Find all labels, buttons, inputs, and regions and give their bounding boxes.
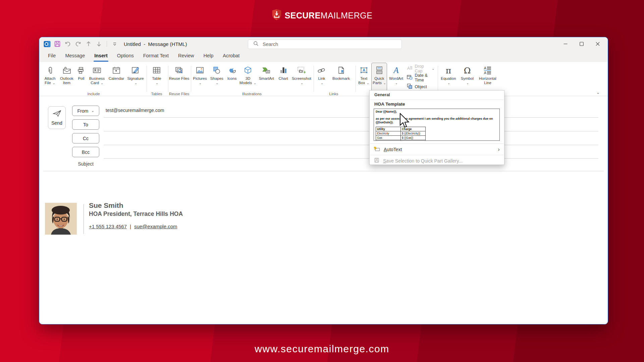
button-label: Link⌄: [318, 76, 325, 85]
menu-separator: [370, 143, 504, 144]
save-icon[interactable]: [54, 40, 61, 48]
bcc-field-underline[interactable]: [104, 158, 598, 159]
autotext-menu-item[interactable]: AutoText ›: [370, 144, 504, 155]
cc-button[interactable]: Cc: [72, 133, 99, 143]
symbol-button[interactable]: Ω Symbol⌄: [459, 63, 475, 91]
move-down-icon[interactable]: [95, 40, 103, 48]
ribbon-group-links: Link⌄ Bookmark Links: [315, 63, 353, 95]
outlook-item-icon: [62, 64, 71, 76]
poll-button[interactable]: Poll: [75, 63, 87, 91]
group-divider: [147, 66, 147, 92]
send-button[interactable]: Send: [48, 106, 66, 129]
text-box-button[interactable]: A Text Box ⌄: [357, 63, 371, 91]
gallery-item-preview[interactable]: Dear {{Name}}, as per our association ag…: [374, 109, 500, 141]
date-time-icon: [407, 74, 413, 81]
button-label: Poll: [78, 76, 84, 81]
smartart-button[interactable]: SmartArt: [257, 63, 276, 91]
save-selection-menu-item: Save Selection to Quick Part Gallery...: [370, 156, 504, 166]
table-cell: $ {{Additional}}: [401, 140, 426, 141]
tab-review[interactable]: Review: [173, 51, 199, 62]
send-icon: [52, 110, 62, 118]
redo-icon[interactable]: [74, 40, 82, 48]
button-label: Reuse Files: [169, 76, 190, 81]
drop-cap-button: A Drop Cap ⌄: [406, 64, 436, 73]
business-card-icon: [92, 64, 102, 76]
chevron-down-icon: ⌄: [254, 81, 256, 85]
icons-button[interactable]: Icons: [225, 63, 239, 91]
tab-insert[interactable]: Insert: [90, 51, 112, 62]
attach-file-button[interactable]: Attach File ⌄: [42, 63, 58, 91]
tab-format-text[interactable]: Format Text: [139, 51, 173, 62]
table-button[interactable]: Table⌄: [147, 63, 166, 91]
tab-message[interactable]: Message: [60, 51, 90, 62]
horizontal-line-button[interactable]: A A Horizontal Line: [477, 63, 499, 91]
shapes-button[interactable]: Shapes⌄: [209, 63, 225, 91]
signature-email-link[interactable]: sue@example.com: [134, 224, 177, 229]
ribbon-group-tables: Table⌄ Tables: [147, 63, 166, 95]
screenshot-button[interactable]: Screenshot⌄: [291, 63, 312, 91]
equation-button[interactable]: π Equation⌄: [439, 63, 458, 91]
wordart-button[interactable]: A WordArt⌄: [387, 63, 405, 91]
text-box-icon: A: [360, 64, 368, 76]
cc-field-underline[interactable]: [104, 145, 598, 145]
to-field-underline[interactable]: [104, 131, 598, 131]
reuse-files-icon: [174, 64, 184, 76]
signature-button[interactable]: Signature ⌄: [126, 63, 145, 91]
table-row: Additional $ {{Additional}}: [376, 140, 426, 141]
attach-file-icon: [46, 64, 54, 76]
move-up-icon[interactable]: [85, 40, 92, 48]
search-icon: [253, 41, 259, 48]
button-label: 3D Models ⌄: [239, 76, 257, 85]
reuse-files-button[interactable]: Reuse Files: [169, 63, 190, 91]
pictures-button[interactable]: Pictures⌄: [192, 63, 208, 91]
minimize-icon[interactable]: [557, 37, 574, 51]
tab-help[interactable]: Help: [199, 51, 218, 62]
horizontal-line-icon: A A: [484, 64, 492, 76]
quick-parts-dropdown: General HOA Template Dear {{Name}}, as p…: [369, 90, 504, 165]
close-icon[interactable]: [590, 37, 606, 51]
button-label: Attach File ⌄: [42, 76, 58, 85]
object-button[interactable]: Object: [406, 82, 436, 91]
button-label: Signature ⌄: [126, 76, 145, 85]
group-label-include: Include: [42, 92, 145, 96]
maximize-icon[interactable]: [574, 37, 590, 51]
quick-parts-button[interactable]: Quick Parts ⌄: [372, 63, 387, 91]
button-label: Screenshot⌄: [292, 76, 311, 85]
business-card-button[interactable]: Business Card ⌄: [87, 63, 107, 91]
footer-url: www.securemailmerge.com: [0, 343, 644, 355]
wordart-icon: A: [391, 64, 401, 76]
link-button[interactable]: Link⌄: [315, 63, 328, 91]
gallery-item-title[interactable]: HOA Template: [374, 102, 405, 107]
desktop-background: SECUREMAILMERGE: [0, 0, 644, 362]
bcc-button[interactable]: Bcc: [72, 147, 99, 157]
signature-phone-link[interactable]: +1 555 123 4567: [89, 224, 127, 229]
signature-name: Sue Smith: [89, 201, 123, 209]
button-label: Equation⌄: [441, 76, 456, 85]
bookmark-button[interactable]: Bookmark: [330, 63, 352, 91]
date-time-button[interactable]: Date & Time: [406, 73, 436, 82]
button-label: Table⌄: [152, 76, 161, 85]
tab-options[interactable]: Options: [112, 51, 139, 62]
tab-acrobat[interactable]: Acrobat: [218, 51, 244, 62]
chart-button[interactable]: Chart: [276, 63, 290, 91]
search-input[interactable]: Search: [248, 40, 402, 49]
from-address[interactable]: test@securemailmerge.com: [106, 108, 164, 113]
submenu-arrow-icon: ›: [498, 146, 500, 152]
subject-field-underline[interactable]: [43, 171, 604, 171]
3d-models-button[interactable]: 3D Models ⌄: [239, 63, 257, 91]
qat-customize-icon[interactable]: [111, 40, 118, 48]
quick-access-toolbar: [39, 40, 118, 48]
gallery-section-header: General: [374, 93, 390, 97]
calendar-button[interactable]: Calendar: [107, 63, 126, 91]
undo-icon[interactable]: [64, 40, 71, 48]
chevron-down-icon: ⌄: [321, 81, 323, 85]
brand-name-light: MAILMERGE: [321, 11, 373, 20]
menu-separator: [370, 100, 504, 100]
group-label-links: Links: [315, 92, 353, 96]
from-button[interactable]: From ⌄: [72, 106, 99, 116]
collapse-ribbon-icon[interactable]: ⌄: [596, 90, 600, 95]
to-button[interactable]: To: [72, 119, 99, 130]
outlook-item-button[interactable]: Outlook Item: [58, 63, 75, 91]
tab-file[interactable]: File: [43, 51, 60, 62]
chevron-down-icon: ⌄: [466, 81, 469, 85]
